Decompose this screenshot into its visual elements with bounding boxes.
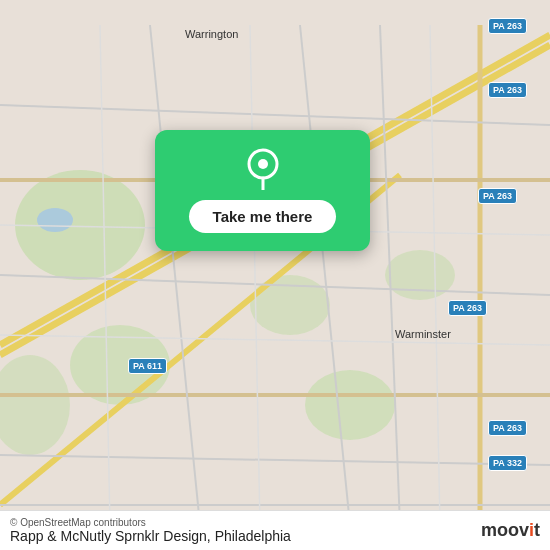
popup-card: Take me there — [155, 130, 370, 251]
svg-point-6 — [385, 250, 455, 300]
road-shield-pa263-4: PA 263 — [448, 300, 487, 316]
label-warminster: Warminster — [395, 328, 451, 340]
svg-point-3 — [305, 370, 395, 440]
road-shield-pa611: PA 611 — [128, 358, 167, 374]
moovit-logo: moovit — [481, 520, 540, 541]
road-shield-pa263-1: PA 263 — [488, 18, 527, 34]
svg-point-7 — [37, 208, 73, 232]
place-name: Rapp & McNutly Sprnklr Design, Philadelp… — [10, 528, 291, 544]
take-me-there-button[interactable]: Take me there — [189, 200, 337, 233]
map-container: PA 263 PA 263 PA 263 PA 263 PA 263 PA 33… — [0, 0, 550, 550]
moovit-accent: i — [529, 520, 534, 540]
map-attribution: © OpenStreetMap contributors — [10, 517, 291, 528]
road-shield-pa263-3: PA 263 — [478, 188, 517, 204]
road-shield-pa332: PA 332 — [488, 455, 527, 471]
pin-icon — [241, 146, 285, 190]
bottom-left: © OpenStreetMap contributors Rapp & McNu… — [10, 517, 291, 544]
svg-point-27 — [258, 159, 268, 169]
bottom-bar: © OpenStreetMap contributors Rapp & McNu… — [0, 510, 550, 550]
map-svg — [0, 0, 550, 550]
label-warrington: Warrington — [185, 28, 238, 40]
road-shield-pa263-2: PA 263 — [488, 82, 527, 98]
road-shield-pa263-5: PA 263 — [488, 420, 527, 436]
